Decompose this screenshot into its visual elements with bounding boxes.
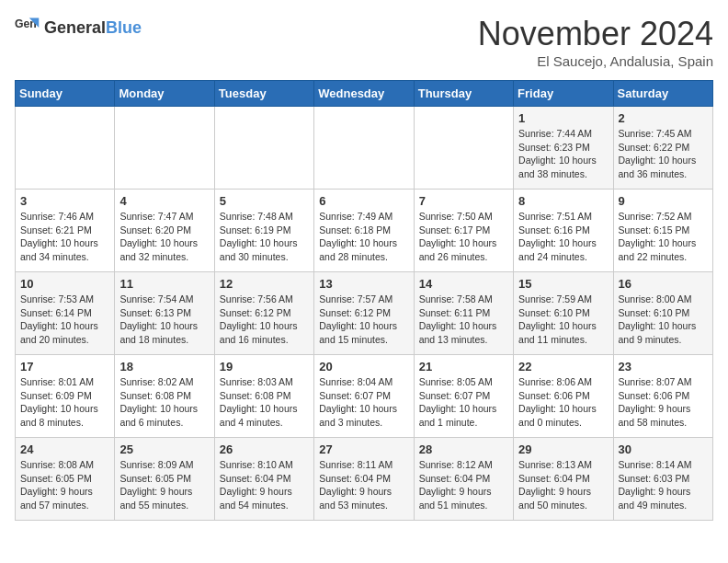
day-info: Sunrise: 8:00 AM Sunset: 6:10 PM Dayligh… (619, 293, 708, 347)
day-info: Sunrise: 7:47 AM Sunset: 6:20 PM Dayligh… (119, 210, 209, 264)
day-info: Sunrise: 8:06 AM Sunset: 6:06 PM Dayligh… (518, 375, 608, 430)
calendar-cell: 10Sunrise: 7:53 AM Sunset: 6:14 PM Dayli… (16, 272, 115, 355)
calendar-cell: 18Sunrise: 8:02 AM Sunset: 6:08 PM Dayli… (115, 355, 214, 438)
calendar-day-header: Tuesday (214, 81, 313, 107)
day-number: 29 (518, 442, 608, 456)
calendar-cell: 4Sunrise: 7:47 AM Sunset: 6:20 PM Daylig… (115, 190, 214, 272)
day-info: Sunrise: 8:09 AM Sunset: 6:05 PM Dayligh… (119, 458, 209, 512)
day-info: Sunrise: 8:05 AM Sunset: 6:07 PM Dayligh… (419, 375, 508, 430)
calendar-cell: 21Sunrise: 8:05 AM Sunset: 6:07 PM Dayli… (414, 355, 513, 438)
day-number: 21 (419, 360, 508, 373)
logo-blue-text: Blue (106, 18, 142, 37)
day-number: 15 (518, 277, 608, 291)
day-info: Sunrise: 7:53 AM Sunset: 6:14 PM Dayligh… (20, 293, 109, 347)
day-number: 7 (419, 194, 508, 208)
day-number: 9 (619, 194, 708, 208)
day-info: Sunrise: 7:54 AM Sunset: 6:13 PM Dayligh… (119, 293, 209, 347)
calendar-body: 1Sunrise: 7:44 AM Sunset: 6:23 PM Daylig… (16, 107, 713, 521)
day-number: 24 (20, 442, 109, 456)
day-number: 16 (619, 277, 708, 291)
calendar-week-row: 10Sunrise: 7:53 AM Sunset: 6:14 PM Dayli… (16, 272, 713, 355)
day-number: 22 (518, 360, 608, 373)
page-header: Gen GeneralBlue November 2024 El Saucejo… (15, 15, 713, 69)
calendar-cell (314, 107, 414, 190)
calendar-cell: 13Sunrise: 7:57 AM Sunset: 6:12 PM Dayli… (314, 272, 414, 355)
day-number: 23 (619, 360, 708, 373)
day-info: Sunrise: 7:56 AM Sunset: 6:12 PM Dayligh… (220, 293, 309, 347)
calendar-cell: 1Sunrise: 7:44 AM Sunset: 6:23 PM Daylig… (514, 107, 613, 190)
day-info: Sunrise: 8:10 AM Sunset: 6:04 PM Dayligh… (220, 458, 309, 512)
day-info: Sunrise: 8:01 AM Sunset: 6:09 PM Dayligh… (20, 375, 109, 430)
calendar-week-row: 17Sunrise: 8:01 AM Sunset: 6:09 PM Dayli… (16, 355, 713, 438)
calendar-cell: 11Sunrise: 7:54 AM Sunset: 6:13 PM Dayli… (115, 272, 214, 355)
day-number: 17 (20, 360, 109, 373)
calendar-cell (214, 107, 313, 190)
day-info: Sunrise: 8:02 AM Sunset: 6:08 PM Dayligh… (119, 375, 209, 430)
day-info: Sunrise: 7:51 AM Sunset: 6:16 PM Dayligh… (518, 210, 608, 264)
day-info: Sunrise: 7:49 AM Sunset: 6:18 PM Dayligh… (319, 210, 408, 264)
calendar-cell: 15Sunrise: 7:59 AM Sunset: 6:10 PM Dayli… (514, 272, 613, 355)
calendar-day-header: Monday (115, 81, 214, 107)
calendar-day-header: Sunday (16, 81, 115, 107)
day-info: Sunrise: 8:11 AM Sunset: 6:04 PM Dayligh… (319, 458, 408, 512)
day-info: Sunrise: 7:52 AM Sunset: 6:15 PM Dayligh… (619, 210, 708, 264)
day-number: 3 (20, 194, 109, 208)
day-info: Sunrise: 7:44 AM Sunset: 6:23 PM Dayligh… (518, 127, 608, 181)
day-number: 2 (619, 111, 708, 125)
day-info: Sunrise: 7:58 AM Sunset: 6:11 PM Dayligh… (419, 293, 508, 347)
day-info: Sunrise: 7:57 AM Sunset: 6:12 PM Dayligh… (319, 293, 408, 347)
day-number: 18 (119, 360, 209, 373)
day-info: Sunrise: 8:08 AM Sunset: 6:05 PM Dayligh… (20, 458, 109, 512)
calendar-day-header: Thursday (414, 81, 513, 107)
day-number: 27 (319, 442, 408, 456)
day-number: 12 (220, 277, 309, 291)
calendar-header-row: SundayMondayTuesdayWednesdayThursdayFrid… (16, 81, 713, 107)
calendar-week-row: 1Sunrise: 7:44 AM Sunset: 6:23 PM Daylig… (16, 107, 713, 190)
day-info: Sunrise: 8:14 AM Sunset: 6:03 PM Dayligh… (619, 458, 708, 512)
day-number: 20 (319, 360, 408, 373)
calendar-cell: 20Sunrise: 8:04 AM Sunset: 6:07 PM Dayli… (314, 355, 414, 438)
day-info: Sunrise: 8:03 AM Sunset: 6:08 PM Dayligh… (220, 375, 309, 430)
day-info: Sunrise: 7:45 AM Sunset: 6:22 PM Dayligh… (619, 127, 708, 181)
calendar-cell: 3Sunrise: 7:46 AM Sunset: 6:21 PM Daylig… (16, 190, 115, 272)
day-number: 11 (119, 277, 209, 291)
day-info: Sunrise: 8:07 AM Sunset: 6:06 PM Dayligh… (619, 375, 708, 430)
calendar-cell: 7Sunrise: 7:50 AM Sunset: 6:17 PM Daylig… (414, 190, 513, 272)
day-number: 25 (119, 442, 209, 456)
calendar-table: SundayMondayTuesdayWednesdayThursdayFrid… (15, 80, 713, 521)
calendar-cell: 17Sunrise: 8:01 AM Sunset: 6:09 PM Dayli… (16, 355, 115, 438)
calendar-cell: 5Sunrise: 7:48 AM Sunset: 6:19 PM Daylig… (214, 190, 313, 272)
calendar-day-header: Friday (514, 81, 613, 107)
calendar-cell: 27Sunrise: 8:11 AM Sunset: 6:04 PM Dayli… (314, 438, 414, 521)
calendar-week-row: 24Sunrise: 8:08 AM Sunset: 6:05 PM Dayli… (16, 438, 713, 521)
calendar-cell (16, 107, 115, 190)
day-number: 10 (20, 277, 109, 291)
day-number: 6 (319, 194, 408, 208)
day-number: 26 (220, 442, 309, 456)
month-title: November 2024 (478, 15, 713, 53)
day-number: 4 (119, 194, 209, 208)
day-info: Sunrise: 7:48 AM Sunset: 6:19 PM Dayligh… (220, 210, 309, 264)
calendar-cell: 14Sunrise: 7:58 AM Sunset: 6:11 PM Dayli… (414, 272, 513, 355)
day-number: 30 (619, 442, 708, 456)
calendar-cell: 30Sunrise: 8:14 AM Sunset: 6:03 PM Dayli… (613, 438, 712, 521)
calendar-cell: 8Sunrise: 7:51 AM Sunset: 6:16 PM Daylig… (514, 190, 613, 272)
calendar-cell: 26Sunrise: 8:10 AM Sunset: 6:04 PM Dayli… (214, 438, 313, 521)
calendar-cell: 6Sunrise: 7:49 AM Sunset: 6:18 PM Daylig… (314, 190, 414, 272)
calendar-cell: 12Sunrise: 7:56 AM Sunset: 6:12 PM Dayli… (214, 272, 313, 355)
calendar-cell: 25Sunrise: 8:09 AM Sunset: 6:05 PM Dayli… (115, 438, 214, 521)
calendar-cell: 22Sunrise: 8:06 AM Sunset: 6:06 PM Dayli… (514, 355, 613, 438)
calendar-cell: 19Sunrise: 8:03 AM Sunset: 6:08 PM Dayli… (214, 355, 313, 438)
day-info: Sunrise: 8:04 AM Sunset: 6:07 PM Dayligh… (319, 375, 408, 430)
day-number: 19 (220, 360, 309, 373)
calendar-day-header: Wednesday (314, 81, 414, 107)
calendar-cell: 2Sunrise: 7:45 AM Sunset: 6:22 PM Daylig… (613, 107, 712, 190)
calendar-cell: 29Sunrise: 8:13 AM Sunset: 6:04 PM Dayli… (514, 438, 613, 521)
calendar-cell (115, 107, 214, 190)
day-info: Sunrise: 8:13 AM Sunset: 6:04 PM Dayligh… (518, 458, 608, 512)
calendar-cell: 24Sunrise: 8:08 AM Sunset: 6:05 PM Dayli… (16, 438, 115, 521)
title-area: November 2024 El Saucejo, Andalusia, Spa… (478, 15, 713, 69)
calendar-week-row: 3Sunrise: 7:46 AM Sunset: 6:21 PM Daylig… (16, 190, 713, 272)
day-number: 8 (518, 194, 608, 208)
calendar-cell (414, 107, 513, 190)
